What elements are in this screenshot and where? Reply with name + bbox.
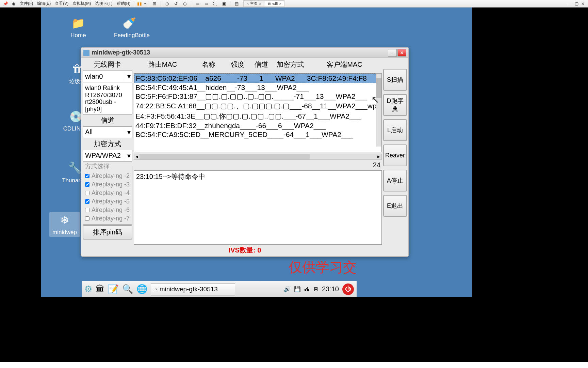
encryption-label: 加密方式 [83, 139, 132, 149]
checkbox[interactable] [85, 208, 89, 212]
method-option[interactable]: Aireplay-ng -2 [85, 172, 130, 180]
disk-icon[interactable]: 💾 [294, 286, 301, 292]
bottle-icon: 🍼 [121, 16, 138, 30]
col-enc: 加密方式 [273, 60, 307, 69]
close-tab-icon[interactable]: × [279, 2, 281, 6]
dropdown-icon[interactable]: ▾ [144, 2, 146, 5]
left-panel: 无线网卡 wlan0 wlan0 Ralink RT2870/3070 rt28… [83, 59, 132, 245]
pause-icon[interactable]: ▮▮ [136, 1, 143, 7]
window-icon: ▫ [154, 286, 157, 293]
checkbox[interactable] [85, 216, 89, 221]
desktop-icon-minidwep[interactable]: ❄minidwep [49, 212, 80, 237]
menu-tabs[interactable]: 选项卡(T) [93, 1, 114, 6]
network-icon[interactable]: 🖧 [304, 286, 310, 292]
checkbox[interactable] [85, 199, 89, 204]
fit-icon[interactable]: ▣ [220, 1, 228, 7]
menu-help[interactable]: 帮助(H) [115, 1, 133, 6]
task-label: minidwep-gtk-30513 [160, 286, 218, 293]
titlebar[interactable]: minidwep-gtk-30513 — ✕ [81, 48, 408, 58]
browser-icon[interactable]: 🌐 [136, 284, 147, 294]
guest-taskbar[interactable]: ⚙ 🏛 📝 🔍 🌐 ▫ minidwep-gtk-30513 🔊 💾 🖧 🖥 2… [82, 281, 357, 297]
dictionary-button[interactable]: D跑字典 [383, 94, 407, 116]
network-row[interactable]: BC:5F:F6:FD:31:87__▢▢.▢.▢▢..▢..▢▢._____-… [134, 92, 381, 101]
network-row[interactable]: 44:F9:71:EB:DF:32__zhuhengda____-66___6_… [134, 121, 381, 130]
sort-pin-button[interactable]: 排序pin码 [83, 225, 132, 240]
channel-combo[interactable]: All [83, 126, 132, 138]
checkbox[interactable] [85, 191, 89, 195]
letterbox-bottom [0, 297, 588, 362]
volume-icon[interactable]: 🔊 [284, 286, 291, 292]
network-row[interactable]: BC:54:FC:49:45:A1__hidden__-73___13___WP… [134, 83, 381, 92]
checkbox[interactable] [85, 174, 89, 178]
unity-icon[interactable]: ▭ [202, 1, 210, 7]
method-option[interactable]: Aireplay-ng -4 [85, 189, 130, 197]
checkbox[interactable] [85, 182, 89, 187]
split-icon[interactable]: ▭ [194, 1, 201, 7]
tab-home-label: 主页 [250, 1, 258, 6]
editor-icon[interactable]: 📝 [108, 284, 119, 294]
method-legend: 方式选择 [85, 162, 110, 170]
tab-home[interactable]: ⌂ 主页 × [243, 0, 264, 7]
desktop-icon-home[interactable]: 📁Home [63, 16, 94, 39]
menu-vm[interactable]: 虚拟机(M) [70, 1, 93, 6]
exit-button[interactable]: E退出 [383, 195, 407, 217]
reaver-button[interactable]: Reaver [383, 144, 407, 166]
method-group: 方式选择 Aireplay-ng -2 Aireplay-ng -3 Airep… [83, 162, 132, 225]
network-list[interactable]: FC:83:C6:02:EF:06__a626____-73___1___WPA… [134, 73, 382, 152]
file-manager-icon[interactable]: 🏛 [96, 284, 104, 294]
desktop-icon-feedingbottle[interactable]: 🍼FeedingBottle [114, 16, 145, 39]
close-tab-icon[interactable]: × [259, 2, 261, 6]
close-icon[interactable]: ✕ [581, 1, 585, 6]
network-row[interactable]: FC:83:C6:02:EF:06__a626____-73___1___WPA… [134, 74, 381, 83]
col-signal: 强度 [226, 60, 249, 69]
adapter-combo[interactable]: wlan0 [83, 71, 132, 82]
method-option[interactable]: Aireplay-ng -3 [85, 180, 130, 189]
minimize-button[interactable]: — [388, 49, 397, 57]
fullscreen-icon[interactable]: ⛶ [211, 1, 219, 7]
library-icon[interactable]: ▤ [233, 1, 240, 7]
snapshot-icon[interactable]: ⊞ [151, 1, 158, 7]
horizontal-scrollbar[interactable]: ◀ ▶ [134, 154, 382, 160]
encryption-combo[interactable]: WPA/WPA2 [83, 150, 132, 162]
scroll-left-icon[interactable]: ◀ [134, 155, 140, 158]
vm-logo-icon[interactable]: ◉ [10, 1, 17, 7]
revert-icon[interactable]: ↺ [172, 1, 180, 7]
channel-label: 信道 [83, 115, 132, 126]
clock-icon[interactable]: ◷ [163, 1, 171, 7]
taskbar-app-button[interactable]: ▫ minidwep-gtk-30513 [151, 283, 235, 295]
start-menu-icon[interactable]: ⚙ [84, 284, 92, 294]
search-icon[interactable]: 🔍 [122, 284, 133, 294]
taskbar-clock[interactable]: 23:10 [322, 285, 339, 293]
menu-edit[interactable]: 编辑(E) [35, 1, 53, 6]
manage-icon[interactable]: ◶ [181, 1, 189, 7]
scroll-thumb[interactable] [376, 78, 381, 98]
vertical-scrollbar[interactable] [376, 74, 381, 147]
tab-wifi[interactable]: 🖥 wifi × [264, 0, 284, 7]
network-row[interactable]: BC:54:FC:A9:5C:ED__MERCURY_5CED____-64__… [134, 130, 381, 139]
maximize-icon[interactable]: ▢ [575, 1, 578, 6]
method-option[interactable]: Aireplay-ng -7 [85, 214, 130, 223]
start-button[interactable]: L启动 [383, 119, 407, 141]
adapter-info: wlan0 Ralink RT2870/3070 rt2800usb - [ph… [83, 83, 132, 114]
window-title: minidwep-gtk-30513 [92, 49, 150, 56]
method-option[interactable]: Aireplay-ng -5 [85, 197, 130, 206]
scroll-right-icon[interactable]: ▶ [376, 155, 381, 158]
close-button[interactable]: ✕ [397, 49, 406, 57]
pin-icon[interactable]: 📌 [2, 1, 9, 7]
scroll-thumb[interactable] [140, 154, 310, 159]
stop-button[interactable]: A停止 [383, 170, 407, 191]
method-label: Aireplay-ng -5 [92, 198, 130, 205]
network-row[interactable]: 74:22:BB:5C:A1:68__▢▢.▢▢.、▢.▢▢▢.▢.▢___-6… [134, 101, 381, 111]
menu-view[interactable]: 查看(V) [53, 1, 70, 6]
guest-desktop[interactable]: 📁Home 🍼FeedingBottle 🗑垃圾箱 💿CDLINUX 🔧Thun… [41, 7, 472, 297]
minimize-icon[interactable]: — [568, 1, 572, 6]
network-row[interactable]: E4:F3:F5:56:41:3E__▢▢.你▢▢.▢.▢▢..▢▢.___-6… [134, 111, 381, 121]
display-icon[interactable]: 🖥 [313, 286, 318, 292]
method-option[interactable]: Aireplay-ng -6 [85, 206, 130, 214]
icon-label: FeedingBottle [114, 32, 145, 39]
scan-button[interactable]: S扫描 [383, 69, 407, 91]
power-button[interactable]: ⏻ [342, 283, 354, 295]
vm-icon: 🖥 [267, 2, 271, 6]
menu-file[interactable]: 文件(F) [18, 1, 35, 6]
icon-label: minidwep [51, 229, 79, 236]
